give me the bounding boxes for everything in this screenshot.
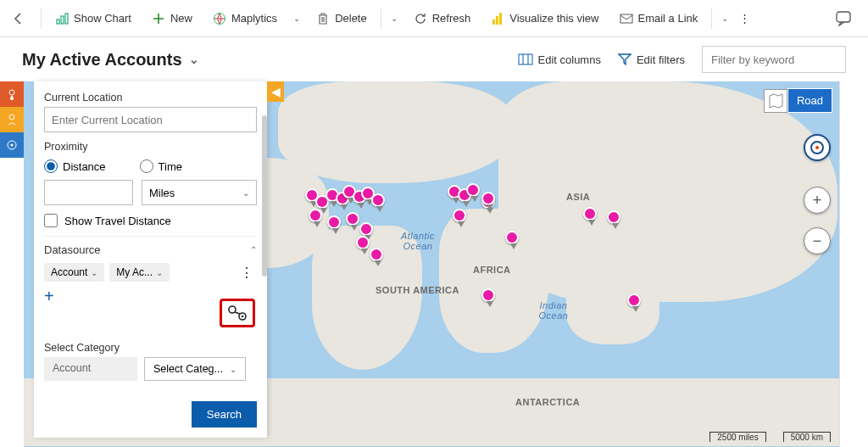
search-button[interactable]: Search [192, 401, 257, 427]
work-area: ASIA AFRICA SOUTH AMERICA ANTARCTICA Atl… [0, 81, 868, 447]
map-pin[interactable] [327, 215, 341, 229]
email-link-button[interactable]: Email a Link [611, 7, 707, 31]
delete-label: Delete [335, 12, 367, 25]
svg-rect-9 [519, 54, 532, 64]
svg-point-13 [9, 115, 14, 120]
unit-select-label: Miles [149, 187, 175, 199]
map-pin[interactable] [607, 210, 620, 224]
add-datasource-button[interactable]: + [44, 287, 54, 306]
map-label-atlantic: Atlantic Ocean [392, 231, 443, 251]
map-pin[interactable] [315, 195, 329, 209]
category-select-label: Select Categ... [153, 363, 223, 375]
map-pin[interactable] [481, 192, 495, 205]
map-pin[interactable] [361, 187, 375, 200]
maplytics-button[interactable]: Maplytics [204, 7, 286, 31]
keyword-filter-input[interactable] [702, 46, 846, 73]
plus-icon [152, 12, 165, 25]
map-pin[interactable] [309, 209, 322, 222]
map-zoom-out-button[interactable]: − [804, 227, 831, 254]
map-pin[interactable] [370, 248, 383, 261]
chip-label: Account [51, 266, 87, 278]
datasource-section-header[interactable]: Datasource ⌃ [44, 236, 257, 263]
separator [381, 8, 381, 29]
map-pin[interactable] [466, 183, 480, 197]
search-panel: Current Location Proximity Distance Time… [34, 81, 267, 438]
map-pin[interactable] [583, 207, 597, 221]
email-dropdown[interactable]: ⌄ [717, 14, 732, 23]
rail-route-button[interactable] [0, 107, 24, 132]
time-radio-label: Time [159, 160, 182, 173]
map-pin[interactable] [342, 185, 356, 198]
map-pin[interactable] [346, 212, 359, 226]
delete-dropdown[interactable]: ⌄ [387, 14, 402, 23]
distance-radio-label: Distance [63, 160, 106, 173]
new-button[interactable]: New [143, 7, 201, 31]
current-location-input[interactable] [44, 107, 257, 132]
map-zoom-in-button[interactable]: + [804, 187, 831, 214]
show-travel-checkbox[interactable]: Show Travel Distance [44, 214, 257, 227]
time-radio[interactable]: Time [140, 159, 182, 173]
map-type-selector[interactable]: Road [764, 88, 832, 113]
datasource-entity-chip[interactable]: Account ⌄ [44, 263, 104, 282]
map-pin[interactable] [481, 195, 495, 209]
maplytics-label: Maplytics [231, 12, 277, 25]
delete-button[interactable]: Delete [308, 7, 376, 31]
view-title-dropdown[interactable]: My Active Accounts ⌄ [22, 50, 199, 70]
visualize-button[interactable]: Visualize this view [482, 7, 607, 31]
relationship-icon-callout[interactable] [220, 299, 255, 327]
distance-radio[interactable]: Distance [44, 159, 106, 173]
overflow-button[interactable]: ⋮ [736, 7, 754, 30]
proximity-value-input[interactable] [44, 180, 133, 205]
unit-select[interactable]: Miles ⌄ [142, 180, 257, 205]
panel-scrollbar[interactable] [262, 115, 267, 277]
map-pin[interactable] [458, 188, 471, 202]
edit-columns-label: Edit columns [538, 53, 601, 66]
collapse-panel-button[interactable]: ◀ [267, 81, 284, 102]
map-locate-button[interactable] [804, 134, 831, 161]
show-chart-button[interactable]: Show Chart [47, 7, 140, 31]
rail-poi-button[interactable] [0, 132, 24, 158]
category-select[interactable]: Select Categ... ⌄ [144, 357, 246, 381]
edit-filters-button[interactable]: Edit filters [618, 53, 685, 66]
back-button[interactable] [8, 8, 29, 29]
svg-rect-6 [499, 13, 502, 25]
assistant-button[interactable] [836, 11, 860, 26]
map-pin[interactable] [371, 193, 385, 207]
map-pin[interactable] [326, 188, 339, 202]
chevron-down-icon: ⌄ [721, 14, 728, 23]
vertical-dots-icon: ⋮ [739, 12, 750, 25]
map-pin[interactable] [448, 185, 461, 198]
refresh-button[interactable]: Refresh [405, 7, 480, 31]
map-pin[interactable] [353, 190, 366, 204]
chevron-down-icon: ⌄ [189, 53, 199, 66]
svg-point-16 [229, 306, 236, 313]
mail-icon [620, 12, 633, 25]
right-sidebar [839, 81, 868, 447]
view-title-text: My Active Accounts [22, 50, 182, 70]
datasource-label: Datasource [44, 243, 100, 256]
chevron-down-icon: ⌄ [91, 268, 97, 277]
map-pin[interactable] [481, 288, 495, 302]
rail-location-button[interactable] [0, 81, 24, 107]
map-pin[interactable] [453, 209, 466, 222]
show-travel-label: Show Travel Distance [64, 215, 171, 227]
map-pin[interactable] [356, 236, 370, 249]
filter-icon [618, 53, 632, 65]
scale-miles: 2500 miles [709, 432, 765, 442]
chart-icon [55, 12, 69, 25]
separator [41, 8, 42, 29]
map-pin[interactable] [627, 293, 641, 307]
scale-km: 5000 km [783, 432, 831, 442]
svg-point-15 [11, 144, 14, 147]
svg-rect-0 [57, 20, 59, 24]
side-rail [0, 81, 24, 158]
maplytics-dropdown[interactable]: ⌄ [289, 14, 304, 23]
map-pin[interactable] [336, 192, 349, 205]
edit-columns-button[interactable]: Edit columns [518, 53, 601, 66]
map-pin[interactable] [305, 188, 319, 202]
svg-rect-2 [65, 14, 68, 24]
map-pin[interactable] [505, 231, 519, 244]
datasource-view-chip[interactable]: My Ac... ⌄ [109, 263, 170, 282]
map-pin[interactable] [359, 222, 373, 236]
datasource-more-button[interactable]: ⋮ [236, 265, 257, 281]
